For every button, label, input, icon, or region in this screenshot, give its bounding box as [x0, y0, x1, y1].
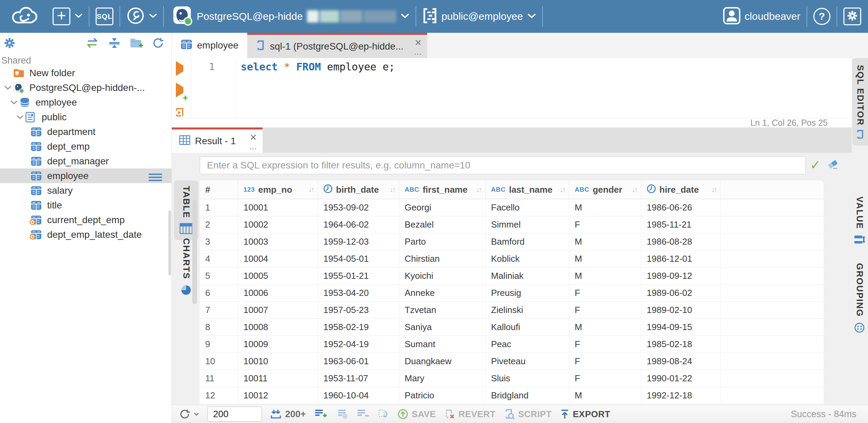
close-icon[interactable]: ✕	[415, 38, 422, 48]
tree-item-employee[interactable]: employee	[0, 168, 172, 183]
tree-item-dept-emp-latest-date[interactable]: dept_emp_latest_date	[0, 227, 172, 242]
table-row[interactable]: 3100031959-12-03PartoBamfordM1986-08-28	[200, 233, 824, 250]
data-cell[interactable]: F	[569, 336, 641, 353]
revert-button[interactable]: REVERT	[444, 409, 495, 420]
sql-editor[interactable]: + 1 select * FROM employee e;	[172, 58, 852, 118]
driver-manager-button[interactable]	[126, 6, 157, 26]
data-cell[interactable]: 1989-09-12	[641, 268, 721, 284]
column-header-emp_no[interactable]: 123emp_no↓↑	[238, 180, 318, 199]
tab-employee[interactable]: employee	[172, 33, 247, 58]
new-connection-button[interactable]: +	[53, 8, 83, 25]
data-cell[interactable]: F	[569, 216, 641, 233]
sort-toggle-icon[interactable]: ↓↑	[390, 186, 395, 194]
tree-item-title[interactable]: title	[0, 198, 172, 213]
tab-more-icon[interactable]: ...	[249, 142, 257, 151]
data-cell[interactable]: Sumant	[399, 336, 486, 353]
data-cell[interactable]: 1960-10-04	[318, 387, 399, 404]
data-cell[interactable]: 1959-12-03	[318, 233, 399, 250]
data-cell[interactable]: M	[569, 387, 641, 404]
data-cell[interactable]: Facello	[486, 199, 569, 216]
column-header-first_name[interactable]: ABCfirst_name↓↑	[399, 180, 486, 199]
data-cell[interactable]: 10010	[238, 353, 318, 370]
data-cell[interactable]: 10011	[238, 370, 318, 387]
tab-sql-1[interactable]: sql-1 (PostgreSQL@ep-hidde... ✕ ...	[247, 33, 427, 58]
tree-item-public[interactable]: public	[0, 110, 172, 124]
data-cell[interactable]: 10009	[238, 336, 318, 353]
data-cell[interactable]: M	[569, 199, 641, 216]
table-row[interactable]: 1100011953-09-02GeorgiFacelloM1986-06-26	[200, 199, 824, 216]
data-cell[interactable]: 1963-06-01	[318, 353, 399, 370]
data-cell[interactable]: Georgi	[399, 199, 486, 216]
column-header-gender[interactable]: ABCgender↓↑	[569, 180, 641, 199]
data-cell[interactable]: F	[569, 370, 641, 387]
tree-item-department[interactable]: department	[0, 124, 172, 139]
data-cell[interactable]: 10002	[238, 216, 318, 233]
table-row[interactable]: 12100121960-10-04PatricioBridglandM1992-…	[200, 387, 824, 404]
tab-result-1[interactable]: Result - 1 ✕ ...	[172, 127, 263, 153]
data-cell[interactable]: Saniya	[399, 319, 486, 336]
add-row-button[interactable]	[314, 408, 327, 420]
refresh-tree-icon[interactable]	[152, 37, 164, 51]
sql-code-line[interactable]: select * FROM employee e;	[241, 61, 395, 73]
filter-input[interactable]	[200, 156, 806, 174]
table-row[interactable]: 9100091952-04-19SumantPeacF1985-02-18	[200, 336, 824, 353]
data-cell[interactable]: Duangkaew	[399, 353, 486, 370]
data-cell[interactable]: 1985-02-18	[641, 336, 721, 353]
data-cell[interactable]: M	[569, 319, 641, 336]
apply-filter-check-icon[interactable]: ✓	[810, 158, 821, 173]
tree-item-new-folder[interactable]: New folder	[0, 66, 172, 80]
tree-item-dept-manager[interactable]: dept_manager	[0, 154, 172, 168]
data-cell[interactable]: Preusig	[486, 285, 569, 301]
data-cell[interactable]: 1986-06-26	[641, 199, 721, 216]
table-row[interactable]: 2100021964-06-02BezalelSimmelF1985-11-21	[200, 216, 824, 233]
sidebar-settings-gear-icon[interactable]	[3, 37, 16, 51]
save-button[interactable]: SAVE	[397, 409, 436, 420]
data-cell[interactable]: Parto	[399, 233, 486, 250]
data-cell[interactable]: M	[569, 233, 641, 250]
data-cell[interactable]: 10001	[238, 199, 318, 216]
data-cell[interactable]: 1986-12-01	[641, 250, 721, 267]
data-cell[interactable]: 1955-01-21	[318, 268, 399, 284]
data-cell[interactable]: 10005	[238, 268, 318, 284]
data-cell[interactable]: Kalloufi	[486, 319, 569, 336]
data-cell[interactable]: Mary	[399, 370, 486, 387]
data-cell[interactable]: Maliniak	[486, 268, 569, 284]
data-cell[interactable]: 1992-12-18	[641, 387, 721, 404]
data-cell[interactable]: Tzvetan	[399, 302, 486, 318]
paste-cell-button[interactable]	[378, 408, 389, 420]
sort-toggle-icon[interactable]: ↓↑	[560, 186, 565, 194]
execute-script-button[interactable]	[175, 108, 185, 119]
clear-filter-eraser-icon[interactable]	[827, 159, 839, 171]
fetch-more-button[interactable]: 200+	[270, 409, 306, 420]
data-cell[interactable]: Kyoichi	[399, 268, 486, 284]
data-cell[interactable]: 1964-06-02	[318, 216, 399, 233]
data-cell[interactable]: 1952-04-19	[318, 336, 399, 353]
data-cell[interactable]: M	[569, 250, 641, 267]
data-cell[interactable]: 1994-09-15	[641, 319, 721, 336]
execute-query-button[interactable]	[176, 66, 183, 72]
data-cell[interactable]: 1953-11-07	[318, 370, 399, 387]
table-row[interactable]: 8100081958-02-19SaniyaKalloufiM1994-09-1…	[200, 319, 824, 336]
settings-button[interactable]	[843, 8, 861, 25]
data-cell[interactable]: 1953-04-20	[318, 285, 399, 301]
data-cell[interactable]: Chirstian	[399, 250, 486, 267]
table-row[interactable]: 10100101963-06-01DuangkaewPiveteauF1989-…	[200, 353, 824, 370]
tree-item-employee[interactable]: employee	[0, 95, 172, 110]
tree-item-dept-emp[interactable]: dept_emp	[0, 139, 172, 154]
table-row[interactable]: 4100041954-05-01ChirstianKoblickM1986-12…	[200, 250, 824, 268]
schema-selector[interactable]: public@employee	[422, 8, 536, 25]
column-header-birth_date[interactable]: birth_date↓↑	[318, 180, 399, 199]
tab-sql-editor-vertical[interactable]: SQL EDITOR	[852, 58, 868, 146]
data-cell[interactable]: Anneke	[399, 285, 486, 301]
tree-item-postgresql-ep-hidden-[interactable]: PostgreSQL@ep-hidden-...	[0, 80, 172, 95]
data-cell[interactable]: 10004	[238, 250, 318, 267]
data-cell[interactable]: Bridgland	[486, 387, 569, 404]
row-actions-menu-icon[interactable]	[149, 172, 162, 183]
sync-connection-icon[interactable]	[85, 37, 99, 50]
data-cell[interactable]: F	[569, 285, 641, 301]
sort-toggle-icon[interactable]: ↓↑	[476, 186, 481, 194]
data-cell[interactable]: Bamford	[486, 233, 569, 250]
data-cell[interactable]: 1957-05-23	[318, 302, 399, 318]
delete-row-button[interactable]	[356, 408, 369, 420]
new-folder-icon[interactable]	[129, 37, 143, 50]
